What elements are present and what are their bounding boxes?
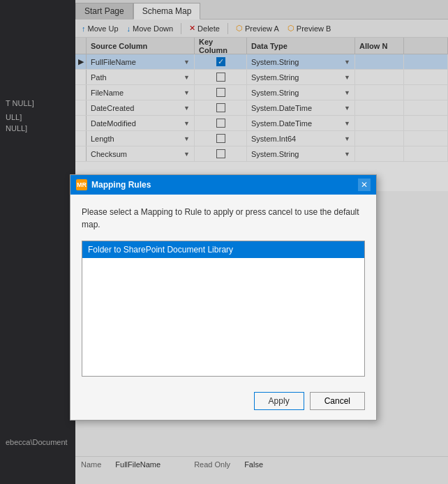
modal-titlebar: MR Mapping Rules ✕: [70, 175, 376, 195]
modal-close-button[interactable]: ✕: [358, 179, 371, 191]
modal-instruction-text: Please select a Mapping to Rule to apply…: [82, 206, 365, 231]
modal-title: MR Mapping Rules: [76, 179, 151, 190]
modal-overlay: MR Mapping Rules ✕ Please select a Mappi…: [0, 0, 448, 484]
apply-button[interactable]: Apply: [254, 392, 304, 410]
list-item[interactable]: Folder to SharePoint Document Library: [82, 241, 364, 258]
modal-title-icon: MR: [76, 179, 87, 190]
modal-listbox[interactable]: Folder to SharePoint Document Library: [82, 241, 365, 377]
modal-title-text: Mapping Rules: [91, 180, 151, 190]
modal-footer: Apply Cancel: [70, 385, 376, 420]
mapping-rules-modal: MR Mapping Rules ✕ Please select a Mappi…: [70, 174, 377, 421]
cancel-button[interactable]: Cancel: [310, 392, 365, 410]
modal-body: Please select a Mapping to Rule to apply…: [70, 195, 376, 385]
